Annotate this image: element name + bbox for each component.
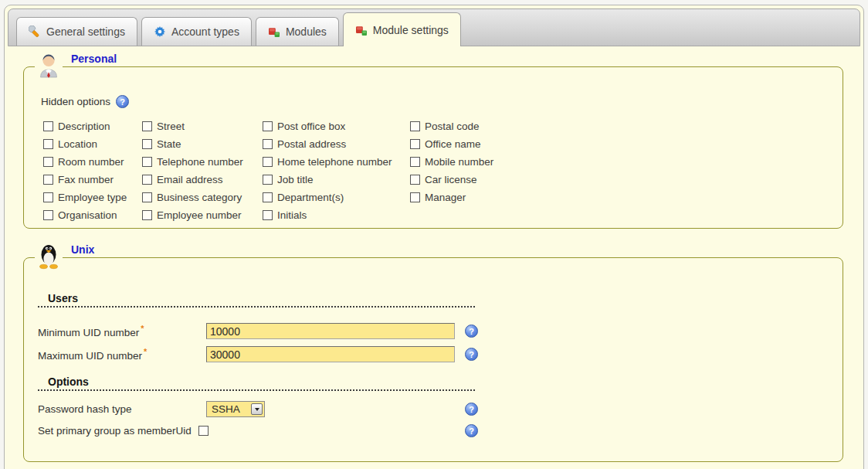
hidden-option-post-office-box[interactable]: Post office box: [263, 117, 410, 135]
hidden-options-label: Hidden options: [41, 96, 110, 107]
tab-label: Module settings: [373, 24, 449, 36]
personal-fieldset: Personal Hidden options ? Description Lo…: [23, 66, 843, 229]
hidden-option-departments[interactable]: Department(s): [263, 189, 410, 206]
options-section-header: Options: [38, 376, 475, 391]
required-marker: *: [141, 324, 144, 333]
gear-icon: [154, 25, 166, 38]
tab-label: Modules: [286, 25, 327, 38]
hidden-option-home-telephone-number[interactable]: Home telephone number: [263, 153, 410, 171]
checkbox[interactable]: [43, 139, 53, 149]
checkbox[interactable]: [142, 157, 152, 167]
hidden-option-fax-number[interactable]: Fax number: [43, 171, 142, 189]
password-hash-select[interactable]: SSHA: [206, 401, 265, 417]
modules-icon: [355, 24, 368, 36]
checkbox[interactable]: [43, 157, 53, 167]
checkbox[interactable]: [142, 175, 152, 185]
max-uid-input[interactable]: [206, 346, 455, 362]
checkbox[interactable]: [43, 121, 53, 131]
hidden-option-street[interactable]: Street: [142, 117, 263, 135]
help-icon[interactable]: ?: [116, 95, 129, 108]
hidden-option-email-address[interactable]: Email address: [142, 171, 263, 189]
member-uid-label: Set primary group as memberUid: [38, 425, 192, 437]
help-icon[interactable]: ?: [465, 325, 478, 338]
checkbox[interactable]: [410, 157, 420, 167]
users-section-header: Users: [38, 292, 475, 308]
help-icon[interactable]: ?: [465, 424, 478, 437]
password-hash-row: Password hash type SSHA ?: [38, 401, 478, 417]
checkbox[interactable]: [43, 210, 53, 220]
hidden-option-job-title[interactable]: Job title: [263, 171, 410, 189]
hidden-option-description[interactable]: Description: [43, 117, 142, 135]
hidden-option-postal-code[interactable]: Postal code: [410, 117, 541, 135]
max-uid-label: Maximum UID number*: [38, 347, 206, 362]
max-uid-row: Maximum UID number* ?: [38, 346, 478, 362]
options-section-title: Options: [48, 376, 89, 388]
checkbox[interactable]: [263, 175, 273, 185]
hidden-option-state[interactable]: State: [142, 135, 263, 153]
required-marker: *: [144, 347, 147, 356]
hidden-option-mobile-number[interactable]: Mobile number: [410, 153, 541, 171]
hidden-option-employee-type[interactable]: Employee type: [43, 189, 142, 206]
hidden-option-organisation[interactable]: Organisation: [43, 206, 142, 224]
hidden-option-initials[interactable]: Initials: [263, 206, 410, 224]
checkbox[interactable]: [43, 175, 53, 185]
password-hash-label: Password hash type: [38, 403, 206, 415]
checkbox[interactable]: [263, 139, 273, 149]
modules-icon: [268, 25, 280, 38]
unix-legend: Unix: [35, 241, 97, 270]
checkbox[interactable]: [142, 139, 152, 149]
hidden-option-manager[interactable]: Manager: [410, 189, 541, 206]
hidden-option-telephone-number[interactable]: Telephone number: [142, 153, 263, 171]
hidden-option-employee-number[interactable]: Employee number: [142, 206, 263, 224]
member-uid-checkbox[interactable]: [198, 426, 209, 436]
hidden-option-office-name[interactable]: Office name: [410, 135, 541, 153]
hidden-option-room-number[interactable]: Room number: [43, 153, 142, 171]
wrench-icon: [29, 25, 41, 38]
member-uid-row: Set primary group as memberUid ?: [38, 424, 478, 437]
checkbox[interactable]: [142, 192, 152, 202]
help-icon[interactable]: ?: [465, 403, 478, 416]
tab-account-types[interactable]: Account types: [141, 17, 252, 46]
checkbox[interactable]: [142, 210, 152, 220]
checkbox[interactable]: [43, 192, 53, 202]
person-icon: [35, 50, 63, 79]
settings-window: General settings Account types Modules: [4, 5, 864, 469]
hidden-option-location[interactable]: Location: [43, 135, 142, 153]
module-settings-content: Personal Hidden options ? Description Lo…: [5, 66, 863, 462]
password-hash-value: SSHA: [212, 403, 240, 415]
tux-penguin-icon: [35, 241, 63, 270]
chevron-down-icon: [255, 408, 259, 411]
checkbox[interactable]: [410, 175, 420, 185]
checkbox[interactable]: [142, 121, 152, 131]
personal-legend: Personal: [35, 50, 120, 79]
min-uid-label: Minimum UID number*: [38, 324, 206, 338]
tab-bar: General settings Account types Modules: [8, 8, 860, 46]
checkbox[interactable]: [263, 210, 273, 220]
hidden-option-postal-address[interactable]: Postal address: [263, 135, 410, 153]
checkbox[interactable]: [410, 139, 420, 149]
tab-modules[interactable]: Modules: [256, 17, 339, 46]
min-uid-input[interactable]: [206, 323, 455, 339]
checkbox[interactable]: [410, 192, 420, 202]
checkbox[interactable]: [410, 121, 420, 131]
tab-module-settings[interactable]: Module settings: [343, 12, 461, 46]
checkbox[interactable]: [263, 121, 273, 131]
hidden-option-car-license[interactable]: Car license: [410, 171, 541, 189]
select-dropdown-button[interactable]: [251, 403, 263, 415]
tab-label: Account types: [171, 25, 239, 38]
hidden-option-business-category[interactable]: Business category: [142, 189, 263, 206]
hidden-options-grid: Description Location Room number Fax num…: [43, 117, 830, 224]
checkbox[interactable]: [263, 192, 273, 202]
users-section-title: Users: [48, 292, 78, 304]
personal-legend-title: Personal: [70, 53, 120, 66]
unix-fieldset: Unix Users Minimum UID number* ? Maximum…: [23, 257, 843, 462]
min-uid-row: Minimum UID number* ?: [38, 323, 478, 339]
tab-label: General settings: [46, 25, 125, 38]
tab-general-settings[interactable]: General settings: [16, 17, 137, 46]
help-icon[interactable]: ?: [465, 348, 478, 361]
unix-legend-title: Unix: [70, 243, 97, 257]
checkbox[interactable]: [263, 157, 273, 167]
